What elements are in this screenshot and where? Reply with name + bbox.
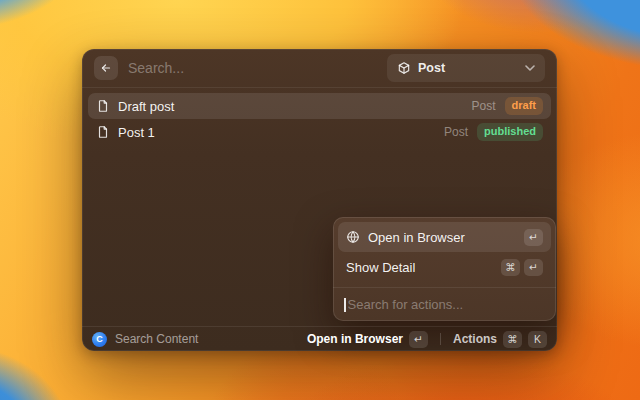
back-button[interactable] xyxy=(94,56,118,80)
list-item-draft-post[interactable]: Draft post Post draft xyxy=(88,93,551,119)
key-return: ↵ xyxy=(524,229,543,246)
text-caret xyxy=(344,298,346,312)
actions-search-input[interactable] xyxy=(348,297,546,312)
results-list: Draft post Post draft Post 1 Post publis… xyxy=(82,88,557,150)
document-icon xyxy=(96,99,110,113)
footer-separator xyxy=(440,333,441,345)
item-title: Draft post xyxy=(118,99,174,114)
status-badge: published xyxy=(477,123,543,141)
window-header: Post xyxy=(82,49,557,88)
action-label: Show Detail xyxy=(346,260,415,275)
dropdown-selected-value: Post xyxy=(418,61,445,75)
key-cmd: ⌘ xyxy=(501,259,520,276)
action-label: Open in Browser xyxy=(368,230,465,245)
key-return: ↵ xyxy=(524,259,543,276)
globe-icon xyxy=(346,230,360,244)
chevron-down-icon xyxy=(525,65,535,71)
key-k: K xyxy=(528,331,547,348)
item-type-label: Post xyxy=(472,99,496,113)
key-cmd: ⌘ xyxy=(503,331,522,348)
primary-action-button[interactable]: Open in Browser ↵ xyxy=(307,331,428,348)
status-badge: draft xyxy=(505,97,543,115)
actions-button-label: Actions xyxy=(453,332,497,346)
actions-menu-button[interactable]: Actions ⌘ K xyxy=(453,331,547,348)
raycast-window: Post Draft post Post draft Post 1 Post xyxy=(82,49,557,351)
extension-app-icon: C xyxy=(92,332,107,347)
item-type-label: Post xyxy=(444,125,468,139)
search-input[interactable] xyxy=(128,60,377,76)
content-type-dropdown[interactable]: Post xyxy=(387,54,545,82)
action-show-detail[interactable]: Show Detail ⌘ ↵ xyxy=(338,252,551,282)
actions-panel: Open in Browser ↵ Show Detail ⌘ ↵ xyxy=(333,217,556,321)
item-title: Post 1 xyxy=(118,125,155,140)
key-return: ↵ xyxy=(409,331,428,348)
document-icon xyxy=(96,125,110,139)
list-item-post-1[interactable]: Post 1 Post published xyxy=(88,119,551,145)
window-footer: C Search Content Open in Browser ↵ Actio… xyxy=(82,326,557,351)
primary-action-label: Open in Browser xyxy=(307,332,403,346)
box-icon xyxy=(397,61,411,75)
command-name: Search Content xyxy=(115,332,198,346)
actions-search-row xyxy=(333,288,556,321)
action-open-in-browser[interactable]: Open in Browser ↵ xyxy=(338,222,551,252)
arrow-left-icon xyxy=(100,62,112,74)
